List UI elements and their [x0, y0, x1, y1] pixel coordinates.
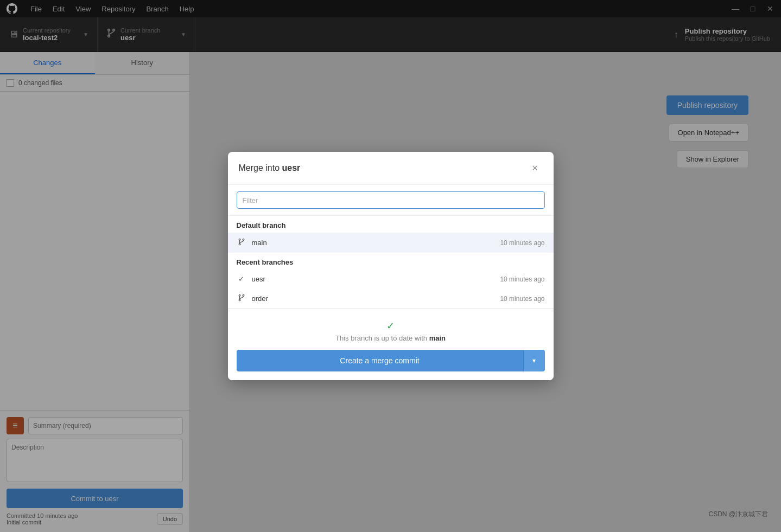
svg-point-4	[243, 239, 244, 240]
svg-point-7	[243, 294, 244, 296]
branch-main-icon	[237, 238, 246, 247]
up-to-date-message: ✓ This branch is up to date with main	[237, 320, 545, 342]
branch-uesr-check-icon: ✓	[237, 275, 246, 283]
branch-main-time: 10 minutes ago	[500, 239, 544, 247]
modal-close-button[interactable]: ×	[528, 161, 543, 176]
default-branch-header: Default branch	[228, 216, 554, 233]
modal-overlay: Merge into uesr × Default branch	[0, 0, 781, 532]
branch-order-time: 10 minutes ago	[500, 295, 544, 303]
modal-header: Merge into uesr ×	[228, 152, 554, 185]
svg-point-3	[239, 239, 240, 240]
svg-point-8	[239, 299, 240, 301]
filter-input[interactable]	[237, 191, 545, 209]
modal-branch-list: Default branch main 10 minutes ago Recen…	[228, 216, 554, 309]
modal-title-branch: uesr	[282, 163, 301, 172]
branch-item-uesr[interactable]: ✓ uesr 10 minutes ago	[228, 270, 554, 289]
branch-main-name: main	[252, 239, 495, 247]
merge-modal: Merge into uesr × Default branch	[228, 152, 554, 380]
branch-uesr-time: 10 minutes ago	[500, 275, 544, 283]
recent-branches-header: Recent branches	[228, 253, 554, 270]
up-to-date-branch: main	[429, 334, 446, 342]
svg-point-5	[239, 243, 240, 245]
branch-uesr-name: uesr	[252, 275, 495, 283]
branch-order-icon	[237, 294, 246, 303]
up-to-date-check-icon: ✓	[386, 320, 395, 332]
branch-item-order[interactable]: order 10 minutes ago	[228, 289, 554, 309]
up-to-date-prefix: This branch is up to date with	[335, 334, 429, 342]
branch-item-main[interactable]: main 10 minutes ago	[228, 233, 554, 253]
up-to-date-text: This branch is up to date with main	[335, 334, 446, 342]
merge-commit-dropdown-button[interactable]: ▾	[523, 350, 545, 371]
merge-commit-button[interactable]: Create a merge commit	[237, 350, 523, 371]
svg-point-6	[239, 294, 240, 296]
merge-commit-row: Create a merge commit ▾	[237, 350, 545, 371]
branch-order-name: order	[252, 294, 495, 303]
modal-footer: ✓ This branch is up to date with main Cr…	[228, 309, 554, 380]
modal-title-prefix: Merge into	[239, 163, 282, 172]
modal-search	[228, 185, 554, 216]
modal-title: Merge into uesr	[239, 163, 301, 173]
dropdown-chevron-icon: ▾	[532, 357, 536, 364]
